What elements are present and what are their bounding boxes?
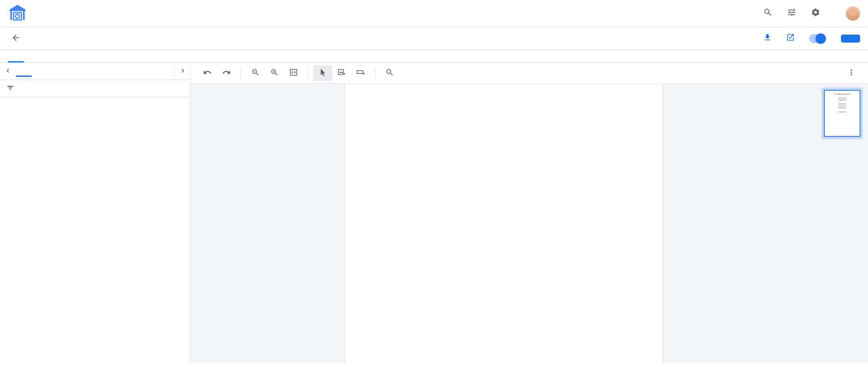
thumbnail-page-1[interactable]: Loan Agreement Form━━━━━━━━━━━━━━━━━━━━━… <box>822 87 863 139</box>
sub-tab-text-block[interactable] <box>48 66 64 77</box>
ai-view-toggle-wrap <box>809 34 830 43</box>
page-canvas[interactable] <box>191 83 816 363</box>
sub-tabs <box>0 63 190 80</box>
code-icon <box>289 68 298 78</box>
arrow-back-icon <box>11 33 21 44</box>
zoom-out-icon <box>251 68 260 78</box>
chevron-right-icon <box>179 67 187 76</box>
save-button[interactable] <box>841 35 860 43</box>
search-button[interactable] <box>763 8 776 19</box>
tab-property[interactable] <box>24 50 40 62</box>
tab-folders[interactable] <box>40 50 56 62</box>
zoom-out-button[interactable] <box>246 65 265 81</box>
thumbnail-strip: Loan Agreement Form━━━━━━━━━━━━━━━━━━━━━… <box>816 83 868 363</box>
viewer-panel: Loan Agreement Form━━━━━━━━━━━━━━━━━━━━━… <box>191 63 868 363</box>
download-button[interactable] <box>763 33 775 44</box>
sub-tab-next[interactable] <box>174 63 190 80</box>
document-page <box>345 83 663 363</box>
svg-rect-1 <box>23 11 25 20</box>
project-button[interactable] <box>811 8 824 19</box>
main-tabs <box>0 50 868 63</box>
download-icon <box>763 33 772 44</box>
open-new-tab-button[interactable] <box>786 33 798 44</box>
header-actions <box>763 6 860 21</box>
zoom-in-icon <box>270 68 279 78</box>
undo-button[interactable] <box>198 65 217 81</box>
ai-view-toggle[interactable] <box>809 34 826 43</box>
svg-rect-6 <box>357 70 363 73</box>
add-field-icon <box>356 68 365 78</box>
document-header <box>0 27 868 50</box>
search-icon <box>385 68 394 78</box>
sub-tab-kvp[interactable] <box>16 66 32 77</box>
back-button[interactable] <box>8 31 24 47</box>
svg-rect-0 <box>10 11 12 20</box>
zoom-in-button[interactable] <box>265 65 284 81</box>
chevron-left-icon <box>4 67 12 76</box>
warehouse-logo-icon <box>8 3 27 23</box>
filter-input[interactable] <box>22 85 184 92</box>
tab-document[interactable] <box>8 50 24 62</box>
more-button[interactable] <box>842 65 861 81</box>
svg-point-3 <box>15 14 19 18</box>
find-button[interactable] <box>380 65 399 81</box>
redo-button[interactable] <box>217 65 236 81</box>
search-icon <box>763 8 773 19</box>
redo-icon <box>222 68 231 78</box>
avatar[interactable] <box>846 6 860 21</box>
gear-icon <box>811 8 820 19</box>
tune-icon <box>787 8 796 19</box>
select-tool-button[interactable] <box>313 65 332 81</box>
kv-list <box>0 97 190 363</box>
filter-bar <box>0 80 190 97</box>
logo-area <box>8 3 34 23</box>
filter-icon <box>6 84 14 93</box>
admin-button[interactable] <box>787 8 800 19</box>
sub-tab-table[interactable] <box>32 66 48 77</box>
add-box-icon <box>337 68 346 78</box>
code-view-button[interactable] <box>284 65 303 81</box>
more-vert-icon <box>847 68 856 78</box>
add-field-button[interactable] <box>351 65 370 81</box>
cursor-icon <box>318 68 327 78</box>
viewer-toolbar <box>191 63 868 83</box>
app-header <box>0 0 868 27</box>
left-panel <box>0 63 191 363</box>
add-box-button[interactable] <box>332 65 351 81</box>
open-in-new-icon <box>786 33 795 44</box>
undo-icon <box>203 68 212 78</box>
sub-tab-prev[interactable] <box>0 63 16 80</box>
